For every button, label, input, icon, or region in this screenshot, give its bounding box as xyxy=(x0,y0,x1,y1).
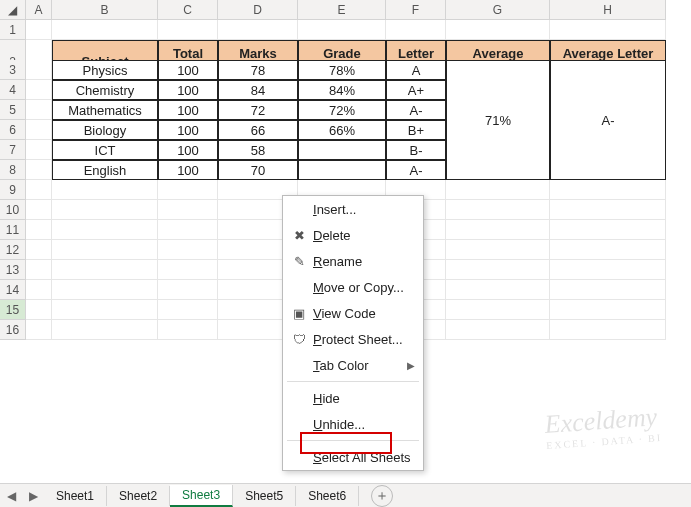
cell[interactable] xyxy=(158,240,218,260)
cell[interactable] xyxy=(446,240,550,260)
col-header-E[interactable]: E xyxy=(298,0,386,20)
cell[interactable] xyxy=(158,200,218,220)
ctx-insert[interactable]: Insert... xyxy=(283,196,423,222)
cell[interactable] xyxy=(446,20,550,40)
row-header[interactable]: 14 xyxy=(0,280,26,300)
ctx-hide[interactable]: Hide xyxy=(283,385,423,411)
cell-obtained[interactable]: 78 xyxy=(218,60,298,80)
cell-subject[interactable]: Biology xyxy=(52,120,158,140)
tab-scroll-left[interactable]: ◀ xyxy=(0,485,22,507)
row-header[interactable]: 4 xyxy=(0,80,26,100)
row-header[interactable]: 11 xyxy=(0,220,26,240)
row-header[interactable]: 12 xyxy=(0,240,26,260)
cell[interactable] xyxy=(446,220,550,240)
sheet-tab-5[interactable]: Sheet5 xyxy=(233,486,296,506)
row-header[interactable]: 7 xyxy=(0,140,26,160)
cell-letter[interactable]: A- xyxy=(386,100,446,120)
cell[interactable] xyxy=(52,300,158,320)
row-header[interactable]: 3 xyxy=(0,60,26,80)
cell-letter[interactable]: A+ xyxy=(386,80,446,100)
col-header-A[interactable]: A xyxy=(26,0,52,20)
cell[interactable] xyxy=(52,260,158,280)
sheet-tab-1[interactable]: Sheet1 xyxy=(44,486,107,506)
cell-subject[interactable]: Chemistry xyxy=(52,80,158,100)
cell[interactable] xyxy=(550,280,666,300)
cell[interactable] xyxy=(158,300,218,320)
cell[interactable] xyxy=(26,300,52,320)
cell[interactable] xyxy=(52,320,158,340)
cell[interactable] xyxy=(26,240,52,260)
col-header-B[interactable]: B xyxy=(52,0,158,20)
sheet-tab-6[interactable]: Sheet6 xyxy=(296,486,359,506)
cell[interactable] xyxy=(26,60,52,80)
ctx-view-code[interactable]: ▣ View Code xyxy=(283,300,423,326)
row-header[interactable]: 6 xyxy=(0,120,26,140)
cell-letter[interactable]: A- xyxy=(386,160,446,180)
cell-letter[interactable]: B+ xyxy=(386,120,446,140)
sheet-tab-3[interactable]: Sheet3 xyxy=(170,485,233,507)
cell[interactable] xyxy=(550,180,666,200)
cell-subject[interactable]: English xyxy=(52,160,158,180)
cell[interactable] xyxy=(550,20,666,40)
cell[interactable] xyxy=(550,260,666,280)
row-header[interactable]: 5 xyxy=(0,100,26,120)
cell[interactable] xyxy=(26,140,52,160)
col-header-G[interactable]: G xyxy=(446,0,550,20)
cell[interactable] xyxy=(52,200,158,220)
ctx-unhide[interactable]: Unhide... xyxy=(283,411,423,437)
cell[interactable] xyxy=(158,20,218,40)
cell-pct[interactable]: 84% xyxy=(298,80,386,100)
cell[interactable] xyxy=(550,200,666,220)
cell[interactable] xyxy=(218,20,298,40)
add-sheet-button[interactable]: ＋ xyxy=(371,485,393,507)
cell[interactable] xyxy=(26,20,52,40)
cell-obtained[interactable]: 66 xyxy=(218,120,298,140)
cell-obtained[interactable]: 58 xyxy=(218,140,298,160)
col-header-C[interactable]: C xyxy=(158,0,218,20)
cell[interactable] xyxy=(550,220,666,240)
cell-subject[interactable]: ICT xyxy=(52,140,158,160)
cell[interactable] xyxy=(52,220,158,240)
cell-pct[interactable]: 72% xyxy=(298,100,386,120)
cell[interactable] xyxy=(446,300,550,320)
cell-pct[interactable]: 66% xyxy=(298,120,386,140)
cell[interactable] xyxy=(158,280,218,300)
cell[interactable] xyxy=(26,100,52,120)
cell[interactable] xyxy=(52,240,158,260)
cell[interactable] xyxy=(26,120,52,140)
cell[interactable] xyxy=(386,20,446,40)
ctx-protect-sheet[interactable]: 🛡 Protect Sheet... xyxy=(283,326,423,352)
cell-obtained[interactable]: 70 xyxy=(218,160,298,180)
col-header-F[interactable]: F xyxy=(386,0,446,20)
col-header-D[interactable]: D xyxy=(218,0,298,20)
select-all-corner[interactable]: ◢ xyxy=(0,0,26,20)
cell[interactable] xyxy=(158,320,218,340)
cell-total[interactable]: 100 xyxy=(158,120,218,140)
row-header[interactable]: 13 xyxy=(0,260,26,280)
cell[interactable] xyxy=(158,180,218,200)
cell-total[interactable]: 100 xyxy=(158,100,218,120)
cell[interactable] xyxy=(446,200,550,220)
ctx-delete[interactable]: ✖ Delete xyxy=(283,222,423,248)
cell-subject[interactable]: Mathematics xyxy=(52,100,158,120)
cell-pct[interactable]: 78% xyxy=(298,60,386,80)
cell[interactable] xyxy=(446,180,550,200)
cell-total[interactable]: 100 xyxy=(158,80,218,100)
ctx-move-copy[interactable]: Move or Copy... xyxy=(283,274,423,300)
cell[interactable] xyxy=(26,80,52,100)
cell[interactable] xyxy=(52,20,158,40)
cell-letter[interactable]: A xyxy=(386,60,446,80)
cell[interactable] xyxy=(26,260,52,280)
cell[interactable] xyxy=(298,20,386,40)
cell[interactable] xyxy=(26,220,52,240)
cell-total[interactable]: 100 xyxy=(158,140,218,160)
cell[interactable] xyxy=(26,180,52,200)
ctx-rename[interactable]: ✎ Rename xyxy=(283,248,423,274)
row-header[interactable]: 8 xyxy=(0,160,26,180)
col-header-H[interactable]: H xyxy=(550,0,666,20)
cell[interactable] xyxy=(52,180,158,200)
cell[interactable] xyxy=(446,320,550,340)
cell[interactable] xyxy=(26,320,52,340)
cell[interactable] xyxy=(52,280,158,300)
cell-subject[interactable]: Physics xyxy=(52,60,158,80)
